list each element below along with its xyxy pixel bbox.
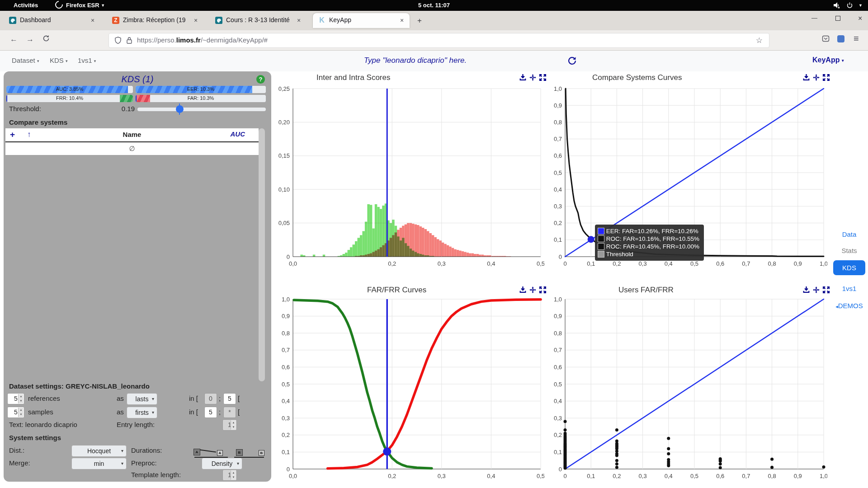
frr-bar: FRR: 10.4% bbox=[6, 95, 133, 102]
compare-systems-table: + ↑ Name AUC ∅ bbox=[5, 128, 259, 155]
app-reload-icon[interactable] bbox=[567, 56, 577, 67]
close-tab-icon[interactable]: × bbox=[89, 16, 97, 24]
chart2-title: Compare Systems Curves bbox=[592, 73, 682, 82]
range-lo-input: 0 bbox=[204, 393, 217, 404]
fullscreen-icon[interactable] bbox=[539, 74, 547, 81]
chevron-down-icon[interactable]: ▼ bbox=[859, 0, 863, 11]
x-tick-label: 0 bbox=[563, 260, 566, 267]
help-icon[interactable]: ? bbox=[256, 75, 265, 84]
chart-inter-intra-scores[interactable]: 00,050,100,150,200,250,00,20,30,40,5 bbox=[276, 85, 544, 271]
shield-icon[interactable] bbox=[114, 37, 122, 46]
nav-1vs1[interactable]: 1vs1 bbox=[830, 285, 868, 292]
tab-keyapp[interactable]: K KeyApp × bbox=[313, 13, 410, 28]
firefox-logo-icon bbox=[55, 0, 63, 11]
x-tick-label: 0,4 bbox=[665, 260, 673, 267]
y-tick-label: 0,1 bbox=[282, 449, 290, 455]
nav-data[interactable]: Data bbox=[830, 230, 868, 238]
extension-icon[interactable] bbox=[837, 35, 844, 45]
download-icon[interactable] bbox=[519, 74, 527, 81]
entry-length-label: Entry length: bbox=[117, 421, 155, 428]
tab-dashboard[interactable]: Dashboard × bbox=[4, 13, 100, 28]
tab-zimbra[interactable]: Z Zimbra: Réception (19 × bbox=[107, 13, 203, 28]
chevron-down-icon: ▾ bbox=[94, 59, 96, 63]
menu-1vs1[interactable]: 1vs1 ▾ bbox=[78, 56, 96, 64]
threshold-slider[interactable] bbox=[137, 108, 266, 111]
close-tab-icon[interactable]: × bbox=[398, 16, 406, 24]
chart-users-far-frr[interactable]: 00,10,20,30,40,50,60,70,80,91,000,10,20,… bbox=[548, 296, 827, 483]
bookmark-star-icon[interactable]: ☆ bbox=[756, 36, 763, 45]
back-icon[interactable]: ← bbox=[10, 35, 18, 44]
slider-thumb[interactable] bbox=[176, 105, 184, 113]
keyapp-toolbar: Dataset ▾ KDS ▾ 1vs1 ▾ Type "leonardo di… bbox=[0, 51, 868, 71]
range-hi-input[interactable]: 5 bbox=[223, 393, 236, 404]
spinner-arrows-icon[interactable]: ▲▼ bbox=[18, 394, 24, 404]
x-tick-label: 0,5 bbox=[537, 260, 544, 267]
activities-button[interactable]: Activités bbox=[14, 0, 38, 11]
nav-demos[interactable]: ◂DEMOS bbox=[830, 302, 868, 310]
menu-kds[interactable]: KDS ▾ bbox=[50, 56, 68, 64]
chart-compare-systems[interactable]: 00,10,20,30,40,50,60,70,80,91,000,10,20,… bbox=[548, 85, 827, 271]
as-label: as bbox=[117, 408, 124, 416]
download-icon[interactable] bbox=[802, 286, 810, 294]
maximize-button[interactable] bbox=[835, 14, 840, 22]
tooltip-row: Threshold bbox=[598, 250, 699, 258]
chart-far-frr-curves[interactable]: 00,10,20,30,40,50,60,70,80,91,00,00,20,3… bbox=[276, 296, 544, 483]
preproc-select[interactable]: Density▾ bbox=[202, 458, 242, 469]
panel-scrollbar[interactable] bbox=[259, 128, 265, 381]
move-icon[interactable] bbox=[812, 74, 820, 81]
forward-icon[interactable]: → bbox=[26, 35, 34, 44]
gnome-app-menu[interactable]: Firefox ESR ▼ bbox=[66, 0, 105, 11]
merge-select[interactable]: min▾ bbox=[71, 458, 127, 469]
download-icon[interactable] bbox=[802, 74, 810, 81]
y-tick-label: 0,10 bbox=[278, 186, 290, 193]
x-tick-label: 0,4 bbox=[487, 260, 495, 267]
menu-dataset[interactable]: Dataset ▾ bbox=[12, 56, 39, 64]
tooltip-row: ROC: FAR=10.16%, FRR=10.55% bbox=[598, 235, 699, 243]
url-bar[interactable]: https://perso.limos.fr/~denmigda/KeyApp/… bbox=[108, 33, 769, 48]
typing-hint: Type "leonardo dicaprio" here. bbox=[364, 56, 500, 65]
keyapp-brand-menu[interactable]: KeyApp ▾ bbox=[812, 56, 844, 64]
y-tick-label: 0,9 bbox=[282, 313, 290, 319]
references-count-input[interactable]: 5▲▼ bbox=[7, 393, 24, 404]
fullscreen-icon[interactable] bbox=[539, 286, 547, 294]
references-mode-select[interactable]: lasts▾ bbox=[127, 393, 157, 405]
download-icon[interactable] bbox=[519, 286, 527, 294]
entry-length-input: 1▲▼ bbox=[222, 419, 237, 431]
kds-settings-panel: KDS (1) ? AUC: 3.85% EER: 10.3% FRR: 10.… bbox=[4, 71, 271, 482]
chart1-actions bbox=[519, 74, 547, 81]
move-icon[interactable] bbox=[812, 286, 820, 294]
tab-cours[interactable]: Cours : R 3-13 Identité × bbox=[210, 13, 307, 28]
nav-stats[interactable]: Stats bbox=[830, 247, 868, 254]
move-icon[interactable] bbox=[529, 74, 537, 81]
y-tick-label: 0 bbox=[559, 253, 562, 260]
range-lo-input[interactable]: 5 bbox=[204, 407, 217, 418]
spinner-arrows-icon[interactable]: ▲▼ bbox=[18, 408, 24, 417]
dist-select[interactable]: Hocquet▾ bbox=[71, 445, 127, 457]
minimize-button[interactable]: — bbox=[811, 14, 817, 21]
y-tick-label: 0,15 bbox=[278, 152, 290, 159]
volume-muted-icon[interactable] bbox=[833, 0, 840, 11]
nav-kds-active[interactable]: KDS bbox=[833, 260, 865, 275]
lock-icon[interactable] bbox=[126, 37, 132, 46]
marker-dot bbox=[588, 236, 594, 243]
gnome-top-bar: Activités Firefox ESR ▼ 5 oct. 11:07 ▼ bbox=[0, 0, 868, 11]
chevron-down-icon: ▾ bbox=[121, 446, 123, 456]
y-tick-label: 0,2 bbox=[554, 432, 562, 438]
move-icon[interactable] bbox=[529, 286, 537, 294]
close-window-button[interactable]: × bbox=[858, 14, 862, 23]
samples-mode-select[interactable]: firsts▾ bbox=[127, 407, 157, 418]
y-tick-label: 0,8 bbox=[282, 330, 290, 337]
hamburger-menu-icon[interactable]: ≡ bbox=[854, 33, 859, 44]
close-tab-icon[interactable]: × bbox=[295, 16, 303, 24]
column-auc[interactable]: AUC bbox=[231, 130, 245, 138]
new-tab-button[interactable]: + bbox=[414, 15, 425, 26]
fullscreen-icon[interactable] bbox=[822, 286, 830, 294]
clock[interactable]: 5 oct. 11:07 bbox=[393, 0, 475, 11]
power-icon[interactable] bbox=[846, 0, 853, 11]
pocket-save-icon[interactable] bbox=[822, 35, 830, 45]
chart4-title: Users FAR/FRR bbox=[618, 286, 674, 295]
close-tab-icon[interactable]: × bbox=[192, 16, 200, 24]
fullscreen-icon[interactable] bbox=[822, 74, 830, 81]
samples-count-input[interactable]: 5▲▼ bbox=[7, 407, 24, 418]
reload-icon[interactable] bbox=[42, 35, 50, 44]
